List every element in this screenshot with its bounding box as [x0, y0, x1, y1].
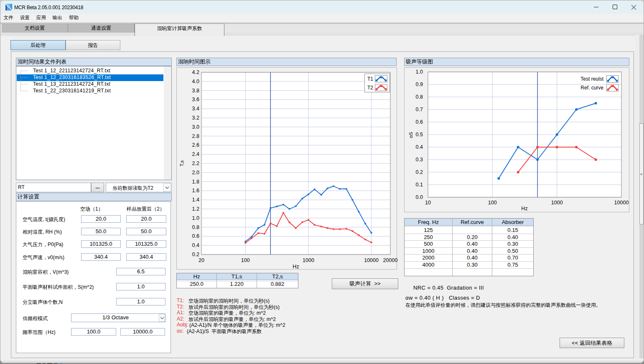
svg-text:αS: αS: [408, 132, 413, 138]
svg-text:10: 10: [425, 200, 431, 206]
svg-text:0.8: 0.8: [416, 94, 423, 100]
svg-text:100: 100: [488, 200, 497, 206]
svg-text:T2: T2: [367, 85, 373, 91]
svg-text:1.0: 1.0: [416, 69, 423, 75]
svg-text:0.0: 0.0: [416, 194, 423, 200]
svg-text:0.2: 0.2: [192, 252, 199, 257]
svg-text:0.4: 0.4: [192, 242, 199, 248]
svg-text:T,s: T,s: [179, 160, 184, 166]
svg-text:2.8: 2.8: [192, 133, 199, 139]
svg-text:0.4: 0.4: [416, 144, 423, 150]
svg-text:Hz: Hz: [521, 206, 527, 211]
svg-text:0.7: 0.7: [416, 107, 423, 112]
svg-text:10000: 10000: [364, 257, 379, 263]
svg-text:0.6: 0.6: [416, 119, 423, 125]
svg-text:0.1: 0.1: [416, 182, 423, 188]
svg-text:20000: 20000: [383, 257, 398, 263]
svg-text:1.2: 1.2: [192, 206, 199, 212]
svg-text:2.2: 2.2: [192, 160, 199, 166]
svg-text:1.8: 1.8: [192, 179, 199, 185]
svg-text:2.4: 2.4: [192, 151, 199, 157]
svg-text:2.0: 2.0: [192, 170, 199, 176]
svg-text:4.0: 4.0: [192, 79, 199, 84]
svg-text:3.6: 3.6: [192, 97, 199, 102]
svg-text:Hz: Hz: [293, 264, 299, 270]
svg-text:3.4: 3.4: [192, 106, 199, 112]
svg-text:3.8: 3.8: [192, 88, 199, 94]
svg-text:T1: T1: [367, 76, 373, 82]
svg-text:4.2: 4.2: [192, 69, 199, 75]
svg-text:2.6: 2.6: [192, 142, 199, 148]
svg-text:1.6: 1.6: [192, 188, 199, 193]
svg-text:1.0: 1.0: [192, 215, 199, 221]
svg-text:20: 20: [199, 257, 204, 263]
svg-text:1000: 1000: [303, 257, 314, 263]
svg-text:1000: 1000: [551, 200, 563, 206]
svg-text:100: 100: [241, 257, 250, 263]
svg-text:0.6: 0.6: [192, 233, 199, 239]
svg-text:10000: 10000: [614, 200, 629, 206]
svg-text:3.2: 3.2: [192, 115, 199, 121]
svg-text:Test reulst: Test reulst: [580, 76, 603, 82]
svg-text:1.4: 1.4: [192, 197, 199, 203]
svg-text:0.8: 0.8: [192, 224, 199, 230]
svg-text:0.3: 0.3: [416, 157, 423, 163]
svg-text:Ref. curve: Ref. curve: [580, 85, 603, 91]
svg-text:0.2: 0.2: [416, 169, 423, 175]
svg-text:0.9: 0.9: [416, 81, 423, 87]
svg-text:0.5: 0.5: [416, 132, 423, 137]
svg-text:3.0: 3.0: [192, 124, 199, 130]
